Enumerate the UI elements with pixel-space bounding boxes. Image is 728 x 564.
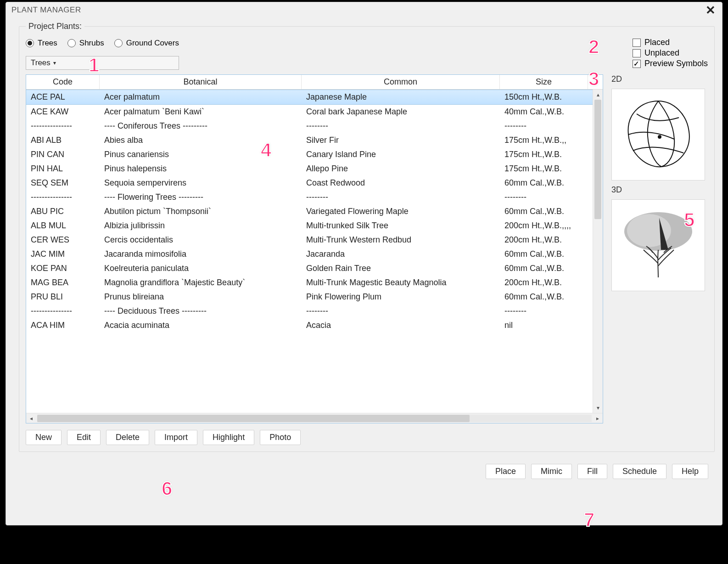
cell-size: 60mm Cal.,W.B. <box>500 249 588 259</box>
th-common[interactable]: Common <box>302 75 500 89</box>
cell-botanical: ---- Deciduous Trees --------- <box>100 306 302 316</box>
new-button[interactable]: New <box>26 430 62 445</box>
check-unplaced[interactable]: Unplaced <box>633 48 708 58</box>
table-row[interactable]: ACA HIMAcacia acuminataAcacianil <box>26 318 593 333</box>
radio-trees[interactable]: Trees <box>26 39 57 48</box>
fill-button[interactable]: Fill <box>577 464 607 479</box>
cell-size: nil <box>500 321 588 330</box>
radio-ground-covers[interactable]: Ground Covers <box>114 39 179 48</box>
cell-common: Coral bark Japanese Maple <box>302 107 500 117</box>
cell-code: ACA HIM <box>26 321 100 330</box>
project-plants-group: Project Plants: Trees Shrubs <box>19 22 715 452</box>
cell-code: ACE KAW <box>26 107 100 117</box>
cell-code: CER WES <box>26 235 100 245</box>
scroll-thumb[interactable] <box>594 100 601 219</box>
cell-botanical: Albizia julibrissin <box>100 221 302 231</box>
cell-common: Golden Rain Tree <box>302 264 500 273</box>
cell-common: Variegated Flowering Maple <box>302 207 500 216</box>
scroll-up-icon[interactable]: ▴ <box>593 90 603 100</box>
table-row[interactable]: ------------------- Deciduous Trees ----… <box>26 304 593 318</box>
cell-common: -------- <box>302 121 500 131</box>
table-row[interactable]: PIN CANPinus canariensisCanary Island Pi… <box>26 147 593 162</box>
scroll-right-icon[interactable]: ▸ <box>593 413 603 423</box>
window-title: PLANT MANAGER <box>11 6 81 15</box>
th-botanical[interactable]: Botanical <box>100 75 302 89</box>
cell-size: 60mm Cal.,W.B. <box>500 292 588 302</box>
help-button[interactable]: Help <box>672 464 708 479</box>
hscroll-thumb[interactable] <box>37 415 470 422</box>
check-placed[interactable]: Placed <box>633 38 708 47</box>
hscroll-track[interactable] <box>37 415 592 422</box>
cell-size: 60mm Cal.,W.B. <box>500 178 588 188</box>
cell-common: -------- <box>302 306 500 316</box>
check-preview-label: Preview Symbols <box>644 59 708 68</box>
table-row[interactable]: KOE PANKoelreuteria paniculataGolden Rai… <box>26 261 593 276</box>
delete-button[interactable]: Delete <box>106 430 149 445</box>
table-row[interactable]: PIN HALPinus halepensisAllepo Pine175cm … <box>26 162 593 176</box>
category-radios: Trees Shrubs Ground Covers <box>26 37 179 52</box>
photo-button[interactable]: Photo <box>260 430 301 445</box>
checkbox-icon <box>633 60 641 68</box>
cell-code: --------------- <box>26 306 100 316</box>
table-row[interactable]: ALB MULAlbizia julibrissinMulti-trunked … <box>26 219 593 233</box>
cell-size: 175cm Ht.,W.B. <box>500 164 588 174</box>
import-button[interactable]: Import <box>155 430 197 445</box>
preview-2d <box>611 89 705 180</box>
table-row[interactable]: ACE PALAcer palmatumJapanese Maple150cm … <box>26 90 593 105</box>
th-code[interactable]: Code <box>26 75 100 89</box>
check-preview-symbols[interactable]: Preview Symbols <box>633 59 708 68</box>
radio-shrubs-label: Shrubs <box>79 39 104 48</box>
plants-table: Code Botanical Common Size ACE PALAcer p… <box>26 74 603 423</box>
table-row[interactable]: ABU PICAbutilon pictum `Thompsonii`Varie… <box>26 204 593 219</box>
titlebar: PLANT MANAGER ✕ <box>6 2 722 18</box>
cell-code: ABI ALB <box>26 135 100 145</box>
plant-manager-window: PLANT MANAGER ✕ Project Plants: Trees Sh… <box>6 2 722 525</box>
table-row[interactable]: ------------------- Flowering Trees ----… <box>26 190 593 204</box>
cell-code: ACE PAL <box>26 92 100 102</box>
cell-botanical: ---- Coniferous Trees --------- <box>100 121 302 131</box>
cell-botanical: Acer palmatum `Beni Kawi` <box>100 107 302 117</box>
radio-dot-icon <box>67 39 76 47</box>
cell-size: 40mm Cal.,W.B. <box>500 107 588 117</box>
edit-button[interactable]: Edit <box>67 430 101 445</box>
cell-size: 150cm Ht.,W.B. <box>500 92 588 102</box>
cell-botanical: Acer palmatum <box>100 92 302 102</box>
close-icon[interactable]: ✕ <box>704 6 718 15</box>
chevron-down-icon: ▾ <box>53 60 56 66</box>
footer-toolbar: Place Mimic Fill Schedule Help <box>19 464 709 479</box>
schedule-button[interactable]: Schedule <box>613 464 666 479</box>
table-row[interactable]: ABI ALBAbies albaSilver Fir175cm Ht.,W.B… <box>26 133 593 147</box>
vertical-scrollbar[interactable]: ▴ ▾ <box>593 90 603 413</box>
cell-common: Multi-Trunk Western Redbud <box>302 235 500 245</box>
table-row[interactable]: JAC MIMJacaranda mimosifoliaJacaranda60m… <box>26 247 593 261</box>
cell-code: PIN CAN <box>26 150 100 159</box>
highlight-button[interactable]: Highlight <box>203 430 254 445</box>
cell-size: -------- <box>500 192 588 202</box>
cell-common: Pink Flowering Plum <box>302 292 500 302</box>
table-row[interactable]: ACE KAWAcer palmatum `Beni Kawi`Coral ba… <box>26 105 593 119</box>
scroll-left-icon[interactable]: ◂ <box>26 413 36 423</box>
table-row[interactable]: MAG BEAMagnolia grandiflora `Majestic Be… <box>26 276 593 290</box>
horizontal-scrollbar[interactable]: ◂ ▸ <box>26 413 603 423</box>
table-row[interactable]: CER WESCercis occidentalisMulti-Trunk We… <box>26 233 593 247</box>
radio-ground-covers-label: Ground Covers <box>126 39 179 48</box>
th-size[interactable]: Size <box>500 75 588 89</box>
cell-code: SEQ SEM <box>26 178 100 188</box>
radio-shrubs[interactable]: Shrubs <box>67 39 104 48</box>
table-row[interactable]: SEQ SEMSequoia sempervirensCoast Redwood… <box>26 176 593 190</box>
cell-botanical: Prunus blireiana <box>100 292 302 302</box>
project-plants-legend: Project Plants: <box>26 22 84 31</box>
cell-botanical: Pinus halepensis <box>100 164 302 174</box>
scroll-down-icon[interactable]: ▾ <box>593 403 603 413</box>
cell-size: 60mm Cal.,W.B. <box>500 264 588 273</box>
cell-botanical: Cercis occidentalis <box>100 235 302 245</box>
table-row[interactable]: ------------------- Coniferous Trees ---… <box>26 119 593 133</box>
cell-common: Silver Fir <box>302 135 500 145</box>
place-button[interactable]: Place <box>486 464 526 479</box>
table-row[interactable]: PRU BLIPrunus blireianaPink Flowering Pl… <box>26 290 593 304</box>
middle-row: Code Botanical Common Size ACE PALAcer p… <box>26 74 708 423</box>
cell-common: -------- <box>302 192 500 202</box>
category-dropdown[interactable]: Trees ▾ <box>26 56 179 70</box>
table-header: Code Botanical Common Size <box>26 75 603 90</box>
mimic-button[interactable]: Mimic <box>531 464 572 479</box>
